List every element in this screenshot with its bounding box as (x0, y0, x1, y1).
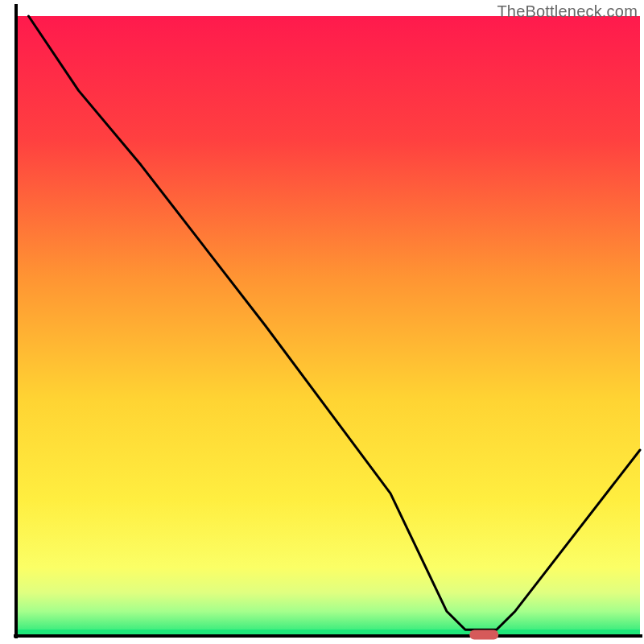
chart-canvas (0, 0, 644, 644)
watermark-text: TheBottleneck.com (497, 2, 638, 21)
bottleneck-chart: TheBottleneck.com (0, 0, 644, 644)
optimal-marker (469, 630, 498, 639)
gradient-background (16, 16, 640, 636)
